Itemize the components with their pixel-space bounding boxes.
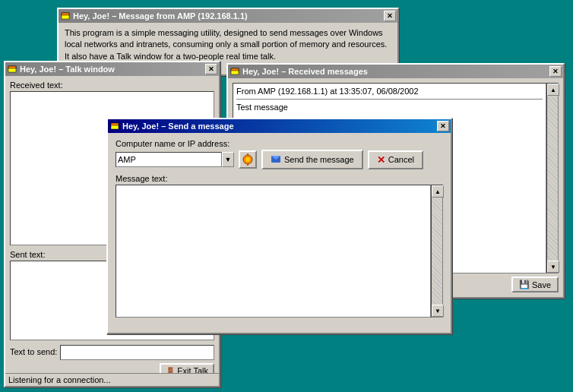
send-btn-icon bbox=[271, 153, 281, 166]
cancel-icon: ✕ bbox=[377, 154, 385, 166]
save-icon: 💾 bbox=[519, 280, 530, 289]
msg-scroll-track bbox=[432, 198, 442, 305]
computer-input[interactable]: AMP bbox=[116, 152, 222, 167]
message-textarea-wrapper: ▲ ▼ bbox=[116, 185, 443, 318]
talk-close-btn[interactable]: ✕ bbox=[205, 64, 217, 74]
scroll-down-btn[interactable]: ▼ bbox=[547, 261, 559, 273]
received-message-text: Test message bbox=[236, 103, 543, 112]
send-close-btn[interactable]: ✕ bbox=[437, 121, 449, 131]
send-message-btn[interactable]: Send the message bbox=[261, 150, 363, 169]
scroll-up-btn[interactable]: ▲ bbox=[547, 84, 559, 96]
svg-rect-7 bbox=[111, 123, 119, 125]
svg-rect-1 bbox=[62, 13, 69, 15]
message-from-title: Hey, Joe! – Message from AMP (192.168.1.… bbox=[73, 11, 248, 21]
message-from-titlebar[interactable]: Hey, Joe! – Message from AMP (192.168.1.… bbox=[59, 9, 397, 23]
svg-rect-3 bbox=[8, 66, 16, 68]
from-line: From AMP (192.168.1.1) at 13:35:07, 06/0… bbox=[236, 87, 543, 100]
received-titlebar[interactable]: Hey, Joe! – Received messages ✕ bbox=[228, 65, 563, 78]
svg-point-9 bbox=[245, 157, 250, 162]
text-to-send-label: Text to send: bbox=[10, 347, 57, 356]
text-to-send-input[interactable] bbox=[60, 345, 214, 360]
save-btn[interactable]: 💾 Save bbox=[511, 277, 559, 292]
status-text: Listening for a connection... bbox=[8, 375, 111, 384]
save-label: Save bbox=[532, 280, 551, 289]
message-from-window-icon bbox=[60, 11, 71, 21]
talk-titlebar[interactable]: Hey, Joe! – Talk window ✕ bbox=[5, 62, 219, 76]
message-textarea[interactable] bbox=[116, 185, 431, 318]
msg-scroll-up[interactable]: ▲ bbox=[432, 185, 444, 198]
computer-label: Computer name or IP address: bbox=[116, 139, 443, 148]
received-text-label: Received text: bbox=[10, 81, 214, 90]
send-dialog: Hey, Joe! – Send a message ✕ Computer na… bbox=[106, 118, 452, 334]
msg-scroll-down[interactable]: ▼ bbox=[432, 305, 444, 317]
send-window-icon bbox=[109, 121, 120, 131]
send-btn-label: Send the message bbox=[284, 155, 354, 164]
send-content: Computer name or IP address: AMP ▼ bbox=[108, 133, 451, 324]
status-bar: Listening for a connection... bbox=[5, 373, 219, 386]
scroll-track bbox=[547, 96, 558, 261]
computer-input-row: AMP ▼ Send the message ✕ C bbox=[116, 150, 443, 169]
combo-wrapper: AMP ▼ bbox=[116, 152, 234, 167]
received-close-btn[interactable]: ✕ bbox=[549, 66, 562, 77]
cancel-btn[interactable]: ✕ Cancel bbox=[368, 150, 423, 169]
message-scrollbar[interactable]: ▲ ▼ bbox=[431, 185, 443, 318]
talk-title: Hey, Joe! – Talk window bbox=[20, 65, 115, 74]
message-text-label: Message text: bbox=[116, 174, 443, 183]
received-scrollbar[interactable]: ▲ ▼ bbox=[546, 83, 559, 273]
connect-icon-btn[interactable] bbox=[239, 150, 257, 169]
message-from-close-btn[interactable]: ✕ bbox=[384, 11, 396, 21]
talk-window-icon bbox=[7, 64, 17, 74]
svg-rect-5 bbox=[231, 68, 239, 71]
received-window-icon bbox=[230, 66, 240, 77]
computer-value: AMP bbox=[118, 155, 136, 164]
received-title: Hey, Joe! – Received messages bbox=[242, 67, 368, 76]
send-title: Hey, Joe! – Send a message bbox=[122, 122, 234, 131]
cancel-label: Cancel bbox=[388, 155, 414, 164]
send-titlebar[interactable]: Hey, Joe! – Send a message ✕ bbox=[108, 119, 451, 133]
combo-dropdown-btn[interactable]: ▼ bbox=[222, 152, 234, 167]
